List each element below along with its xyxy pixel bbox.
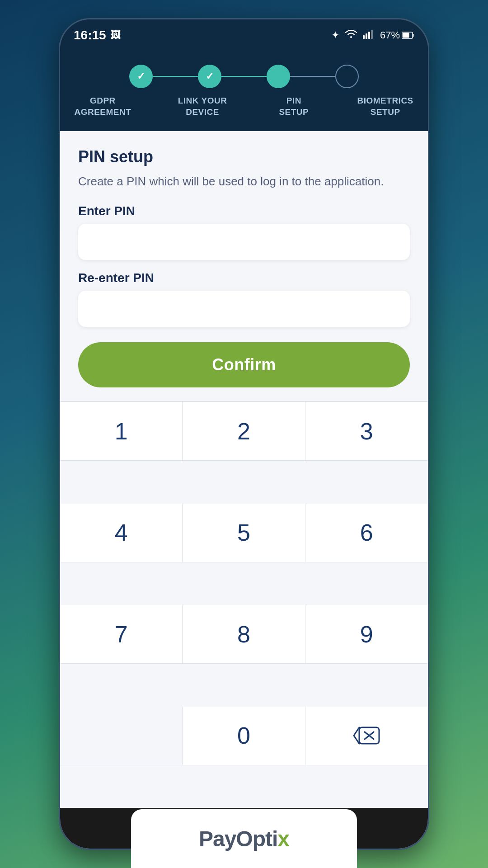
key-6[interactable]: 6 — [305, 504, 428, 562]
battery-icon: 67% — [380, 29, 414, 41]
step-line-2 — [221, 76, 267, 77]
reenter-pin-input[interactable] — [78, 291, 410, 327]
key-delete[interactable] — [305, 707, 428, 765]
step-circle-1: ✓ — [129, 65, 153, 88]
wifi-icon — [345, 29, 357, 42]
svg-rect-3 — [371, 30, 373, 39]
reenter-pin-label: Re-enter PIN — [78, 271, 410, 285]
branding-bar: PayOptix — [131, 809, 357, 868]
key-8[interactable]: 8 — [183, 605, 305, 664]
step-pin-setup — [267, 65, 290, 88]
phone-screen: ✓ ✓ — [60, 51, 428, 849]
pin-card: PIN setup Create a PIN which will be use… — [60, 131, 428, 401]
svg-rect-5 — [403, 33, 409, 38]
key-empty — [60, 707, 183, 765]
signal-icon — [363, 29, 375, 42]
step-label-gdpr: GDPRAGREEMENT — [74, 95, 132, 118]
step-label-link: LINK YOURDEVICE — [174, 95, 232, 118]
time-display: 16:15 — [74, 28, 106, 42]
enter-pin-input[interactable] — [78, 224, 410, 260]
svg-rect-2 — [368, 32, 370, 39]
step-link-device: ✓ — [198, 65, 221, 88]
brand-x: x — [277, 827, 289, 851]
main-content: PIN setup Create a PIN which will be use… — [60, 131, 428, 808]
step-circle-3 — [267, 65, 290, 88]
step-line-1 — [153, 76, 198, 77]
svg-rect-0 — [363, 35, 365, 39]
step-label-bio: BIOMETRICSSETUP — [356, 95, 414, 118]
phone-frame: 16:15 🖼 ✦ 67% — [59, 18, 429, 850]
step-biometrics — [335, 65, 359, 88]
svg-line-8 — [354, 727, 359, 736]
check-icon-2: ✓ — [206, 71, 214, 82]
key-4[interactable]: 4 — [60, 504, 183, 562]
steps-container: ✓ ✓ — [74, 65, 414, 88]
key-9[interactable]: 9 — [305, 605, 428, 664]
pin-setup-title: PIN setup — [78, 147, 410, 166]
svg-rect-1 — [366, 33, 367, 39]
step-gdpr: ✓ — [129, 65, 153, 88]
status-time: 16:15 🖼 — [74, 28, 121, 42]
key-5[interactable]: 5 — [183, 504, 305, 562]
step-label-pin: PINSETUP — [273, 95, 314, 118]
step-circle-4 — [335, 65, 359, 88]
pin-setup-description: Create a PIN which will be used to log i… — [78, 173, 410, 190]
enter-pin-label: Enter PIN — [78, 204, 410, 218]
step-line-3 — [290, 76, 335, 77]
brand-logo: PayOptix — [199, 826, 289, 851]
key-1[interactable]: 1 — [60, 402, 183, 461]
step-circle-2: ✓ — [198, 65, 221, 88]
key-0[interactable]: 0 — [183, 707, 305, 765]
check-icon-1: ✓ — [137, 71, 145, 82]
step-labels: GDPRAGREEMENT LINK YOURDEVICE PINSETUP B… — [74, 95, 414, 118]
battery-percent: 67% — [380, 29, 400, 41]
key-2[interactable]: 2 — [183, 402, 305, 461]
status-icons: ✦ 67% — [331, 29, 414, 42]
key-3[interactable]: 3 — [305, 402, 428, 461]
notch — [194, 19, 294, 35]
numpad: 1 2 3 4 5 6 7 8 9 0 — [60, 401, 428, 808]
progress-section: ✓ ✓ — [60, 51, 428, 131]
key-7[interactable]: 7 — [60, 605, 183, 664]
delete-icon — [353, 726, 380, 745]
photo-icon: 🖼 — [111, 29, 121, 41]
confirm-button[interactable]: Confirm — [78, 342, 410, 387]
brand-text-left: PayOpti — [199, 827, 277, 851]
svg-rect-6 — [413, 34, 414, 37]
sim-icon: ✦ — [331, 29, 339, 41]
svg-line-9 — [354, 736, 359, 744]
